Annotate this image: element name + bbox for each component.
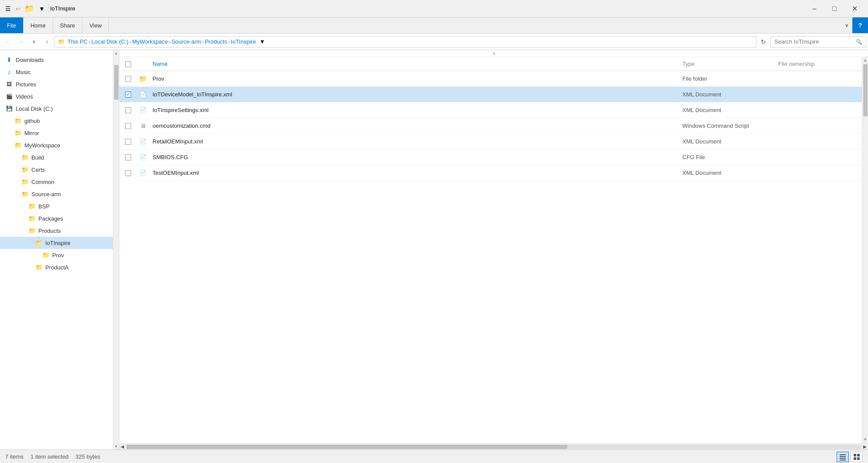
content-scrollbar[interactable]: ▲ ▼ (862, 57, 868, 443)
content-scroll-down[interactable]: ▼ (863, 437, 868, 443)
search-box[interactable]: 🔍 (770, 36, 866, 48)
column-header-ownership[interactable]: File ownership (775, 61, 862, 67)
h-scroll-left[interactable]: ◀ (119, 444, 125, 450)
header-checkbox-area[interactable] (119, 61, 137, 67)
sidebar-scroll-thumb[interactable] (114, 65, 119, 100)
sidebar-item-build[interactable]: 📁 Build (0, 151, 113, 163)
checkbox-prov[interactable] (119, 76, 137, 82)
h-scroll-right[interactable]: ▶ (862, 444, 868, 450)
file-row-smbios[interactable]: 📄 SMBIOS.CFG CFG File (119, 150, 862, 165)
window-title: IoTInspire (50, 5, 804, 12)
tab-file[interactable]: File (0, 17, 24, 33)
large-view-button[interactable] (851, 452, 863, 462)
tab-share[interactable]: Share (53, 17, 83, 33)
tab-view[interactable]: View (82, 17, 109, 33)
sidebar-item-github[interactable]: 📁 github (0, 115, 113, 127)
sidebar-item-iotinspire[interactable]: 📁 IoTInspire (0, 237, 113, 249)
back-button[interactable]: ← (2, 36, 14, 48)
search-icon[interactable]: 🔍 (856, 39, 862, 45)
checkbox-retailoeminput-box[interactable] (125, 139, 131, 145)
file-row-iotinspiresettings[interactable]: 📄 IoTInspireSettings.xml XML Document (119, 102, 862, 118)
refresh-button[interactable]: ↻ (757, 36, 770, 48)
sidebar-scroll-down[interactable]: ▼ (114, 444, 119, 449)
sidebar-item-videos[interactable]: 🎬 Videos (0, 90, 113, 102)
sidebar-item-bsp[interactable]: 📁 BSP (0, 200, 113, 212)
checkbox-oemcustomization-box[interactable] (125, 123, 131, 129)
file-row-retailoeminput[interactable]: 📄 RetailOEMInput.xml XML Document (119, 134, 862, 150)
path-part-thispc[interactable]: This PC (68, 38, 88, 45)
quick-access-icon[interactable]: ☰ (3, 4, 12, 13)
content-scroll-thumb[interactable] (863, 64, 868, 116)
content-scroll-up[interactable]: ▲ (863, 58, 868, 63)
nav-dropdown[interactable]: ∨ (28, 36, 40, 48)
sidebar-item-packages[interactable]: 📁 Packages (0, 212, 113, 225)
sidebar-scroll-up[interactable]: ▲ (114, 51, 119, 55)
sidebar-item-common[interactable]: 📁 Common (0, 176, 113, 188)
pin-icon[interactable]: ▼ (37, 4, 46, 13)
checkbox-smbios[interactable] (119, 154, 137, 160)
checkbox-prov-box[interactable] (125, 76, 131, 82)
sidebar-item-products[interactable]: 📁 Products (0, 225, 113, 237)
checkbox-testoeminput-box[interactable] (125, 170, 131, 176)
path-part-myworkspace[interactable]: MyWorkspace (132, 38, 168, 45)
sidebar-item-producta[interactable]: 📁 ProductA (0, 261, 113, 273)
select-all-checkbox[interactable] (125, 61, 131, 67)
checkbox-iotinspiresettings[interactable] (119, 107, 137, 113)
column-header-type[interactable]: Type (679, 61, 775, 67)
sidebar-item-mirror[interactable]: 📁 Mirror (0, 127, 113, 139)
checkbox-iotdevicemodel-box[interactable] (125, 92, 131, 98)
sidebar-item-prov[interactable]: 📁 Prov (0, 249, 113, 261)
file-row-prov[interactable]: 📁 Prov File folder (119, 71, 862, 87)
sidebar-item-myworkspace[interactable]: 📁 MyWorkspace (0, 139, 113, 151)
column-header-name[interactable]: Name (149, 61, 679, 67)
path-part-sourcearm[interactable]: Source-arm (172, 38, 201, 45)
sidebar-label-producta: ProductA (45, 264, 68, 271)
path-part-localdisk[interactable]: Local Disk (C:) (92, 38, 129, 45)
sidebar: ⬇ Downloads ♪ Music 🖼 Pictures 🎬 Videos … (0, 50, 113, 449)
sidebar-label-sourcearm: Source-arm (31, 191, 61, 197)
undo-icon[interactable]: ↩ (14, 4, 23, 13)
sidebar-label-iotinspire: IoTInspire (45, 240, 71, 246)
close-button[interactable]: ✕ (844, 0, 865, 17)
path-chevron[interactable]: ▼ (258, 38, 267, 45)
file-row-oemcustomization[interactable]: 🖥 oemcustomization.cmd Windows Command S… (119, 118, 862, 134)
path-sep-3: › (169, 38, 170, 45)
sidebar-label-github: github (24, 118, 40, 124)
file-row-iotdevicemodel[interactable]: 📄 IoTDeviceModel_IoTInspire.xml XML Docu… (119, 87, 862, 102)
search-input[interactable] (774, 38, 856, 45)
path-part-products[interactable]: Products (205, 38, 227, 45)
help-button[interactable]: ? (852, 17, 868, 33)
sidebar-item-downloads[interactable]: ⬇ Downloads (0, 54, 113, 66)
sidebar-scrollbar[interactable]: ▲ ▼ (113, 50, 119, 449)
up-button[interactable]: ↑ (41, 36, 53, 48)
details-view-button[interactable] (837, 452, 849, 462)
sidebar-label-music: Music (16, 69, 31, 75)
checkbox-iotinspiresettings-box[interactable] (125, 107, 131, 113)
sidebar-item-music[interactable]: ♪ Music (0, 66, 113, 78)
checkbox-testoeminput[interactable] (119, 170, 137, 176)
sidebar-item-pictures[interactable]: 🖼 Pictures (0, 78, 113, 90)
icon-oemcustomization: 🖥 (137, 123, 149, 129)
path-part-iotinspire[interactable]: IoTInspire (231, 38, 256, 45)
content-list: Name Type File ownership 📁 Prov File fol… (119, 57, 862, 443)
sidebar-item-certs[interactable]: 📁 Certs (0, 163, 113, 176)
file-row-testoeminput[interactable]: 📄 TestOEMInput.xml XML Document (119, 165, 862, 181)
content-scroll-track (862, 64, 868, 436)
checkbox-smbios-box[interactable] (125, 154, 131, 160)
checkbox-iotdevicemodel[interactable] (119, 92, 137, 98)
h-scroll-thumb[interactable] (126, 445, 567, 449)
sidebar-label-bsp: BSP (38, 203, 50, 210)
tab-home[interactable]: Home (24, 17, 53, 33)
svg-rect-0 (840, 454, 846, 455)
ribbon-expander[interactable]: ∨ (841, 17, 852, 33)
minimize-button[interactable]: – (804, 0, 824, 17)
maximize-button[interactable]: □ (824, 0, 844, 17)
sidebar-item-sourcearm[interactable]: 📁 Source-arm (0, 188, 113, 200)
sidebar-item-localdisk[interactable]: 💾 Local Disk (C:) (0, 102, 113, 115)
forward-button[interactable]: → (15, 36, 27, 48)
checkbox-oemcustomization[interactable] (119, 123, 137, 129)
horizontal-scrollbar[interactable]: ◀ ▶ (119, 443, 868, 449)
icon-prov: 📁 (137, 75, 149, 83)
checkbox-retailoeminput[interactable] (119, 139, 137, 145)
address-path[interactable]: 📁 This PC › Local Disk (C:) › MyWorkspac… (54, 36, 756, 48)
